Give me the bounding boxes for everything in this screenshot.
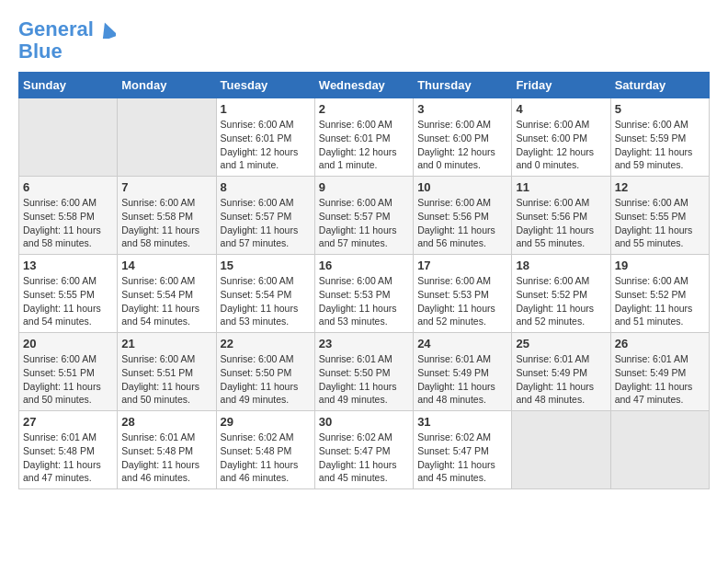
- day-content: Sunrise: 6:01 AM Sunset: 5:48 PM Dayligh…: [121, 431, 211, 485]
- day-number: 9: [319, 180, 409, 194]
- day-content: Sunrise: 6:00 AM Sunset: 6:01 PM Dayligh…: [319, 118, 409, 172]
- calendar-cell: 13Sunrise: 6:00 AM Sunset: 5:55 PM Dayli…: [19, 255, 118, 333]
- calendar-cell: 21Sunrise: 6:00 AM Sunset: 5:51 PM Dayli…: [118, 333, 216, 411]
- calendar-cell: 10Sunrise: 6:00 AM Sunset: 5:56 PM Dayli…: [414, 177, 512, 255]
- day-number: 6: [23, 180, 113, 194]
- day-number: 1: [221, 102, 311, 116]
- calendar-cell: 3Sunrise: 6:00 AM Sunset: 6:00 PM Daylig…: [414, 98, 512, 177]
- week-row-1: 1Sunrise: 6:00 AM Sunset: 6:01 PM Daylig…: [19, 98, 710, 177]
- svg-marker-0: [99, 22, 116, 39]
- day-content: Sunrise: 6:00 AM Sunset: 5:58 PM Dayligh…: [23, 196, 113, 250]
- weekday-header-monday: Monday: [118, 73, 216, 98]
- calendar-cell: 24Sunrise: 6:01 AM Sunset: 5:49 PM Dayli…: [414, 333, 512, 411]
- logo-blue: Blue: [18, 40, 116, 63]
- day-number: 13: [23, 259, 113, 272]
- day-number: 26: [615, 337, 705, 350]
- day-content: Sunrise: 6:00 AM Sunset: 5:56 PM Dayligh…: [516, 196, 606, 250]
- day-content: Sunrise: 6:00 AM Sunset: 5:51 PM Dayligh…: [121, 352, 211, 407]
- day-content: Sunrise: 6:00 AM Sunset: 5:59 PM Dayligh…: [615, 118, 705, 172]
- day-number: 23: [319, 337, 409, 350]
- day-number: 12: [615, 180, 705, 194]
- day-number: 5: [615, 102, 705, 116]
- day-content: Sunrise: 6:00 AM Sunset: 5:51 PM Dayligh…: [23, 352, 113, 407]
- day-content: Sunrise: 6:00 AM Sunset: 6:01 PM Dayligh…: [221, 118, 311, 172]
- calendar-cell: 19Sunrise: 6:00 AM Sunset: 5:52 PM Dayli…: [610, 255, 709, 333]
- calendar-cell: 22Sunrise: 6:00 AM Sunset: 5:50 PM Dayli…: [216, 333, 314, 411]
- day-number: 29: [221, 415, 311, 429]
- calendar-cell: 16Sunrise: 6:00 AM Sunset: 5:53 PM Dayli…: [314, 255, 413, 333]
- day-number: 11: [516, 180, 606, 194]
- calendar-cell: 25Sunrise: 6:01 AM Sunset: 5:49 PM Dayli…: [512, 333, 610, 411]
- day-content: Sunrise: 6:00 AM Sunset: 5:54 PM Dayligh…: [121, 274, 211, 328]
- calendar-cell: 12Sunrise: 6:00 AM Sunset: 5:55 PM Dayli…: [610, 177, 709, 255]
- calendar-cell: 15Sunrise: 6:00 AM Sunset: 5:54 PM Dayli…: [216, 255, 314, 333]
- calendar-cell: [19, 98, 118, 177]
- day-content: Sunrise: 6:00 AM Sunset: 5:58 PM Dayligh…: [121, 196, 211, 250]
- day-number: 27: [23, 415, 113, 429]
- day-content: Sunrise: 6:00 AM Sunset: 5:50 PM Dayligh…: [221, 352, 311, 407]
- calendar-cell: 7Sunrise: 6:00 AM Sunset: 5:58 PM Daylig…: [118, 177, 216, 255]
- day-number: 7: [121, 180, 211, 194]
- day-content: Sunrise: 6:00 AM Sunset: 5:53 PM Dayligh…: [417, 274, 507, 328]
- day-content: Sunrise: 6:00 AM Sunset: 5:55 PM Dayligh…: [615, 196, 705, 250]
- calendar-cell: 5Sunrise: 6:00 AM Sunset: 5:59 PM Daylig…: [610, 98, 709, 177]
- calendar-cell: [512, 411, 610, 489]
- day-content: Sunrise: 6:00 AM Sunset: 5:56 PM Dayligh…: [417, 196, 507, 250]
- day-content: Sunrise: 6:00 AM Sunset: 5:54 PM Dayligh…: [221, 274, 311, 328]
- weekday-header-thursday: Thursday: [414, 73, 512, 98]
- day-content: Sunrise: 6:00 AM Sunset: 5:53 PM Dayligh…: [319, 274, 409, 328]
- day-content: Sunrise: 6:02 AM Sunset: 5:48 PM Dayligh…: [221, 431, 311, 485]
- calendar-cell: 28Sunrise: 6:01 AM Sunset: 5:48 PM Dayli…: [118, 411, 216, 489]
- calendar-cell: 26Sunrise: 6:01 AM Sunset: 5:49 PM Dayli…: [610, 333, 709, 411]
- day-content: Sunrise: 6:01 AM Sunset: 5:49 PM Dayligh…: [615, 352, 705, 407]
- week-row-5: 27Sunrise: 6:01 AM Sunset: 5:48 PM Dayli…: [19, 411, 710, 489]
- calendar-cell: 17Sunrise: 6:00 AM Sunset: 5:53 PM Dayli…: [414, 255, 512, 333]
- day-number: 8: [221, 180, 311, 194]
- calendar-cell: 14Sunrise: 6:00 AM Sunset: 5:54 PM Dayli…: [118, 255, 216, 333]
- day-content: Sunrise: 6:02 AM Sunset: 5:47 PM Dayligh…: [319, 431, 409, 485]
- calendar-cell: 1Sunrise: 6:00 AM Sunset: 6:01 PM Daylig…: [216, 98, 314, 177]
- week-row-3: 13Sunrise: 6:00 AM Sunset: 5:55 PM Dayli…: [19, 255, 710, 333]
- week-row-2: 6Sunrise: 6:00 AM Sunset: 5:58 PM Daylig…: [19, 177, 710, 255]
- calendar-cell: [118, 98, 216, 177]
- day-content: Sunrise: 6:00 AM Sunset: 5:57 PM Dayligh…: [221, 196, 311, 250]
- day-number: 4: [516, 102, 606, 116]
- day-content: Sunrise: 6:00 AM Sunset: 6:00 PM Dayligh…: [417, 118, 507, 172]
- day-content: Sunrise: 6:02 AM Sunset: 5:47 PM Dayligh…: [417, 431, 507, 485]
- calendar-cell: [610, 411, 709, 489]
- calendar-cell: 9Sunrise: 6:00 AM Sunset: 5:57 PM Daylig…: [314, 177, 413, 255]
- day-number: 25: [516, 337, 606, 350]
- day-number: 31: [417, 415, 507, 429]
- weekday-header-friday: Friday: [512, 73, 610, 98]
- calendar-cell: 23Sunrise: 6:01 AM Sunset: 5:50 PM Dayli…: [314, 333, 413, 411]
- weekday-header-tuesday: Tuesday: [216, 73, 314, 98]
- day-number: 2: [319, 102, 409, 116]
- day-content: Sunrise: 6:00 AM Sunset: 5:52 PM Dayligh…: [615, 274, 705, 328]
- day-content: Sunrise: 6:01 AM Sunset: 5:48 PM Dayligh…: [23, 431, 113, 485]
- day-number: 21: [121, 337, 211, 350]
- weekday-header-sunday: Sunday: [19, 73, 118, 98]
- day-number: 24: [417, 337, 507, 350]
- day-content: Sunrise: 6:01 AM Sunset: 5:49 PM Dayligh…: [417, 352, 507, 407]
- week-row-4: 20Sunrise: 6:00 AM Sunset: 5:51 PM Dayli…: [19, 333, 710, 411]
- weekday-header-saturday: Saturday: [610, 73, 709, 98]
- day-content: Sunrise: 6:01 AM Sunset: 5:50 PM Dayligh…: [319, 352, 409, 407]
- day-number: 10: [417, 180, 507, 194]
- day-content: Sunrise: 6:00 AM Sunset: 5:55 PM Dayligh…: [23, 274, 113, 328]
- calendar-cell: 18Sunrise: 6:00 AM Sunset: 5:52 PM Dayli…: [512, 255, 610, 333]
- calendar-cell: 6Sunrise: 6:00 AM Sunset: 5:58 PM Daylig…: [19, 177, 118, 255]
- calendar-cell: 2Sunrise: 6:00 AM Sunset: 6:01 PM Daylig…: [314, 98, 413, 177]
- weekday-header-row: SundayMondayTuesdayWednesdayThursdayFrid…: [19, 73, 710, 98]
- calendar-cell: 20Sunrise: 6:00 AM Sunset: 5:51 PM Dayli…: [19, 333, 118, 411]
- calendar-cell: 30Sunrise: 6:02 AM Sunset: 5:47 PM Dayli…: [314, 411, 413, 489]
- day-number: 20: [23, 337, 113, 350]
- calendar-cell: 31Sunrise: 6:02 AM Sunset: 5:47 PM Dayli…: [414, 411, 512, 489]
- calendar-table: SundayMondayTuesdayWednesdayThursdayFrid…: [18, 72, 710, 489]
- day-number: 17: [417, 259, 507, 272]
- logo-general: General: [18, 17, 94, 40]
- day-number: 30: [319, 415, 409, 429]
- logo-bird-icon: [99, 22, 116, 39]
- day-number: 28: [121, 415, 211, 429]
- calendar-cell: 4Sunrise: 6:00 AM Sunset: 6:00 PM Daylig…: [512, 98, 610, 177]
- day-number: 19: [615, 259, 705, 272]
